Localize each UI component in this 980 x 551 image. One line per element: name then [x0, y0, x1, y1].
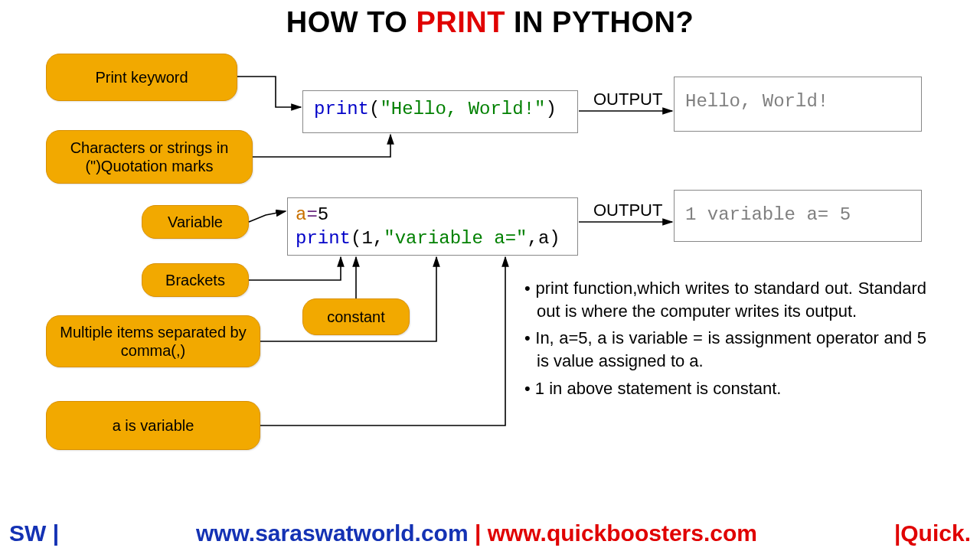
label-brackets: Brackets	[142, 263, 249, 297]
code-box-1: print("Hello, World!")	[302, 90, 578, 133]
code2-arg: a	[538, 228, 549, 249]
code2-one: 1	[361, 228, 372, 249]
code1-close: )	[545, 99, 556, 119]
label-variable: Variable	[142, 205, 249, 239]
code2-open: (	[351, 228, 361, 249]
label-chars-strings: Characters or strings in (")Quotation ma…	[46, 130, 253, 184]
output-box-1: Hello, World!	[674, 77, 922, 132]
label-multi-items: Multiple items separated by comma(,)	[46, 315, 260, 367]
code2-fn: print	[296, 228, 351, 249]
note-2: In, a=5, a is variable = is assignment o…	[524, 327, 926, 372]
code2-var: a	[296, 204, 306, 225]
title-accent: PRINT	[416, 6, 505, 38]
code2-str: "variable a="	[384, 228, 527, 249]
output-label-2: OUTPUT	[593, 201, 662, 220]
code2-c2: ,	[527, 228, 537, 249]
notes-list: print function,which writes to standard …	[524, 277, 926, 404]
footer-left: SW |	[9, 520, 59, 546]
footer-sep: |	[469, 520, 488, 546]
code1-fn: print	[314, 99, 369, 119]
footer-url-1: www.saraswatworld.com	[196, 520, 469, 546]
footer-mid: www.saraswatworld.com | www.quickbooster…	[196, 520, 757, 546]
output-label-1: OUTPUT	[593, 90, 662, 109]
code1-str: "Hello, World!"	[380, 99, 545, 119]
footer: SW | www.saraswatworld.com | www.quickbo…	[0, 520, 980, 546]
label-print-keyword: Print keyword	[46, 54, 237, 101]
label-constant: constant	[302, 298, 410, 335]
page-title: HOW TO PRINT IN PYTHON?	[0, 6, 980, 39]
code2-eq: =	[306, 204, 317, 225]
title-post: IN PYTHON?	[505, 6, 694, 38]
code-box-2: a=5 print(1,"variable a=",a)	[287, 197, 578, 256]
code2-c1: ,	[373, 228, 384, 249]
code2-val: 5	[318, 204, 328, 225]
footer-url-2: www.quickboosters.com	[488, 520, 757, 546]
footer-right: |Quick.	[894, 520, 971, 546]
title-pre: HOW TO	[286, 6, 416, 38]
code2-close: )	[549, 228, 560, 249]
output-box-2: 1 variable a= 5	[674, 190, 922, 242]
note-1: print function,which writes to standard …	[524, 277, 926, 322]
note-3: 1 in above statement is constant.	[524, 377, 926, 400]
label-a-is-variable: a is variable	[46, 401, 260, 450]
code1-open: (	[369, 99, 380, 119]
